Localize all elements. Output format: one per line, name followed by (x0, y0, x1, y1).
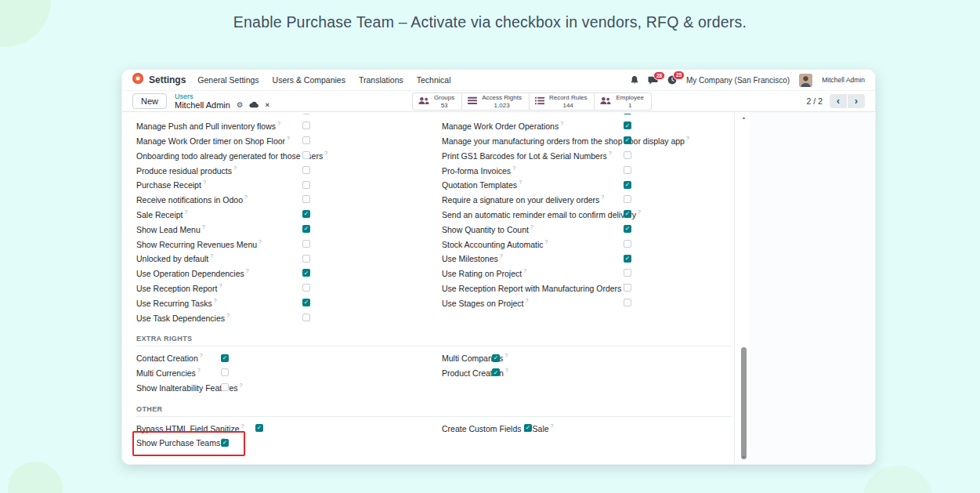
help-marker: ? (200, 353, 203, 358)
setting-row: Show Inalterability Features? (132, 380, 438, 395)
stat-button-value: 1 (616, 102, 644, 109)
pager-next-button[interactable]: › (848, 94, 865, 108)
checkbox-checked[interactable]: ✓ (624, 255, 631, 263)
checkbox-unchecked[interactable] (624, 284, 631, 292)
checkbox-checked[interactable]: ✓ (624, 225, 631, 233)
setting-row: Use Task Dependencies? (132, 310, 438, 324)
company-switcher[interactable]: My Company (San Francisco) (686, 76, 790, 85)
discard-x-icon[interactable]: × (265, 101, 269, 109)
checkbox-unchecked[interactable] (302, 166, 310, 174)
checkbox-checked[interactable]: ✓ (624, 121, 631, 129)
setting-label: Show Recurring Revenues Menu? (136, 239, 262, 249)
stat-button-label: Employee (616, 94, 644, 101)
checkbox-checked[interactable]: ✓ (302, 269, 310, 277)
help-marker: ? (609, 150, 612, 156)
stat-button-groups[interactable]: Groups53 (412, 92, 462, 111)
checkbox-unchecked[interactable] (624, 195, 631, 203)
checkbox-unchecked[interactable] (624, 240, 631, 248)
nav-menu-item[interactable]: Technical (417, 75, 451, 85)
checkbox-checked[interactable]: ✓ (624, 210, 631, 218)
setting-row: Onboarding todo already generated for th… (132, 148, 438, 163)
messages-icon[interactable]: 28 (648, 76, 658, 85)
main-settings-list: Manage Push and Pull inventory flows?Man… (132, 112, 734, 324)
checkbox-unchecked[interactable] (624, 166, 631, 174)
stat-button-access-rights[interactable]: Access Rights1,023 (462, 92, 530, 111)
setting-row: Quotation Templates?✓ (438, 177, 735, 192)
checkbox-checked[interactable]: ✓ (302, 299, 310, 306)
checkbox-checked[interactable]: ✓ (624, 136, 631, 144)
breadcrumb-users-link[interactable]: Users (175, 93, 269, 100)
vertical-scrollbar[interactable]: ▲ ▼ (739, 114, 749, 461)
setting-row: Print GS1 Barcodes for Lot & Serial Numb… (438, 148, 735, 163)
user-menu[interactable]: Mitchell Admin (822, 76, 865, 84)
checkbox-checked[interactable]: ✓ (492, 354, 500, 362)
users-icon (418, 96, 429, 107)
checkbox-unchecked[interactable] (302, 121, 310, 129)
checkbox-checked[interactable]: ✓ (255, 424, 263, 432)
setting-label: Manage your manufacturing orders from th… (442, 136, 689, 146)
checkbox-checked[interactable]: ✓ (492, 368, 500, 376)
checkbox-unchecked[interactable] (221, 368, 229, 376)
checkbox-checked[interactable]: ✓ (221, 354, 229, 362)
pager-previous-button[interactable]: ‹ (830, 94, 847, 108)
checkbox-checked[interactable]: ✓ (221, 439, 229, 447)
setting-label: Print GS1 Barcodes for Lot & Serial Numb… (442, 150, 612, 161)
help-marker: ? (233, 165, 237, 171)
checkbox-checked[interactable]: ✓ (524, 424, 532, 432)
help-marker: ? (241, 423, 244, 429)
setting-row: Contact Creation?✓ (132, 350, 438, 365)
setting-row: Use Operation Dependencies?✓ (132, 266, 438, 281)
nav-menu-item[interactable]: Translations (359, 75, 403, 85)
checkbox-unchecked[interactable] (302, 151, 310, 159)
checkbox-unchecked[interactable] (302, 240, 310, 248)
stat-button-employee[interactable]: Employee1 (595, 92, 652, 111)
scroll-down-arrow-icon[interactable]: ▼ (739, 455, 749, 459)
checkbox-unchecked[interactable] (302, 136, 310, 144)
help-marker: ? (244, 194, 248, 200)
nav-menu-item[interactable]: General Settings (197, 75, 259, 85)
checkbox-checked[interactable]: ✓ (302, 210, 310, 218)
checkbox-unchecked[interactable] (302, 181, 310, 189)
checkbox-unchecked[interactable] (302, 255, 310, 263)
checkbox-checked[interactable]: ✓ (624, 181, 631, 189)
setting-label: Receive notifications in Odoo? (136, 194, 248, 205)
user-settings-form: Manage Push and Pull inventory flows?Man… (132, 112, 735, 464)
checkbox-unchecked[interactable] (302, 195, 310, 203)
checkbox-unchecked[interactable] (221, 383, 229, 391)
app-brand[interactable]: Settings (132, 73, 186, 87)
scroll-up-arrow-icon[interactable]: ▲ (739, 115, 749, 120)
new-button[interactable]: New (132, 93, 167, 109)
setting-row: Use Milestones?✓ (438, 251, 735, 266)
checkbox-checked[interactable]: ✓ (302, 225, 310, 233)
setting-label: Use Rating on Project? (442, 268, 526, 278)
checkbox-unchecked[interactable] (302, 284, 310, 292)
users-icon (600, 96, 611, 107)
checkbox-unchecked[interactable] (624, 269, 631, 277)
help-marker: ? (530, 224, 533, 230)
scrollbar-thumb[interactable] (741, 347, 747, 459)
background-blob (8, 462, 63, 493)
pager: 2 / 2 ‹ › (807, 94, 865, 108)
setting-label: Require a signature on your delivery ord… (442, 194, 604, 205)
checkbox-unchecked[interactable] (302, 314, 310, 321)
setting-row: Show Lead Menu?✓ (132, 222, 438, 237)
list-icon (468, 96, 477, 107)
actions-gear-icon[interactable]: ⚙ (237, 101, 244, 109)
page: { "page_title": "Enable Purchase Team – … (0, 0, 980, 493)
setting-label: Sale Receipt? (136, 209, 187, 219)
systray: 28 25 My Company (San Francisco) Mitchel… (631, 74, 865, 87)
notifications-bell-icon[interactable] (631, 75, 638, 85)
settings-window: Settings General SettingsUsers & Compani… (121, 69, 876, 465)
stat-button-record-rules[interactable]: Record Rules144 (530, 92, 595, 111)
user-avatar[interactable] (799, 74, 812, 87)
activities-clock-icon[interactable]: 25 (667, 75, 677, 85)
help-marker: ? (523, 268, 526, 274)
save-cloud-icon[interactable] (249, 101, 259, 110)
stat-button-label: Access Rights (482, 94, 522, 101)
setting-label: Multi Currencies? (136, 368, 201, 378)
setting-label: Purchase Receipt? (136, 179, 206, 190)
setting-label: Contact Creation? (136, 353, 203, 363)
nav-menu-item[interactable]: Users & Companies (273, 75, 345, 85)
checkbox-unchecked[interactable] (624, 151, 631, 159)
checkbox-unchecked[interactable] (624, 299, 631, 306)
